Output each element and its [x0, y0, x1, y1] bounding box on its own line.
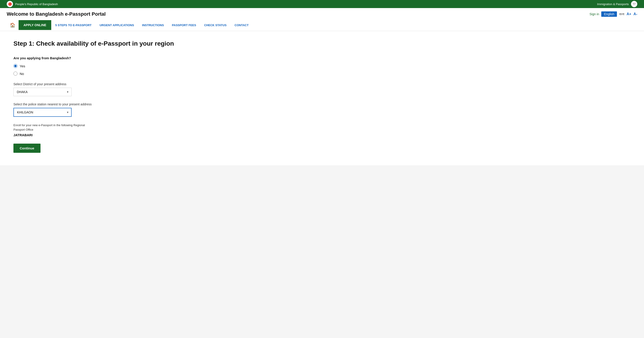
radio-no-input[interactable]: [14, 72, 18, 76]
enroll-info-block: Enroll for your new e-Passport in the fo…: [14, 123, 630, 137]
site-title: Welcome to Bangladesh e-Passport Portal: [7, 11, 106, 17]
bangladesh-logo: 🔴: [7, 1, 13, 7]
police-station-select-container: KHILGAON MOTIJHEEL DHANMONDI GULSHAN: [14, 108, 72, 117]
top-bar-right: Immigration & Passports 🛡: [597, 1, 637, 7]
apply-online-button[interactable]: APPLY ONLINE: [18, 20, 51, 30]
nav-bar: 🏠 APPLY ONLINE 5 STEPS TO e-PASSPORT URG…: [7, 19, 637, 31]
radio-no-label: No: [20, 72, 24, 76]
applying-from-bd-question: Are you applying from Bangladesh?: [14, 56, 630, 60]
radio-yes-option[interactable]: Yes: [14, 64, 630, 68]
police-station-select-wrapper: Select the police station nearest to you…: [14, 102, 630, 117]
continue-button[interactable]: Continue: [14, 144, 40, 153]
home-button[interactable]: 🏠: [7, 19, 18, 31]
font-decrease-button[interactable]: A-: [634, 12, 637, 16]
immigration-logo: 🛡: [631, 1, 637, 7]
header-top: Welcome to Bangladesh e-Passport Portal …: [7, 11, 637, 17]
check-status-link[interactable]: CHECK STATUS: [200, 20, 230, 30]
bangla-lang-button[interactable]: বাংলা: [619, 12, 624, 16]
instructions-link[interactable]: INSTRUCTIONS: [138, 20, 168, 30]
radio-yes-input[interactable]: [14, 64, 18, 68]
district-select[interactable]: DHAKA CHITTAGONG SYLHET RAJSHAHI: [14, 88, 72, 96]
header: Welcome to Bangladesh e-Passport Portal …: [0, 8, 644, 31]
radio-yes-label: Yes: [20, 64, 25, 68]
enroll-info-text: Enroll for your new e-Passport in the fo…: [14, 123, 630, 132]
main-content: Step 1: Check availability of e-Passport…: [0, 31, 644, 165]
home-icon: 🏠: [10, 22, 16, 28]
applying-from-bd-radio-group: Yes No: [14, 64, 630, 76]
radio-no-option[interactable]: No: [14, 72, 630, 76]
top-bar-country: People's Republic of Bangladesh: [15, 2, 58, 6]
five-steps-link[interactable]: 5 STEPS TO e-PASSPORT: [51, 20, 96, 30]
page-title: Step 1: Check availability of e-Passport…: [14, 40, 630, 47]
district-select-container: DHAKA CHITTAGONG SYLHET RAJSHAHI: [14, 88, 72, 96]
district-label: Select District of your present address: [14, 82, 630, 86]
header-actions: Sign in English বাংলা A+ A-: [590, 12, 637, 17]
police-station-select[interactable]: KHILGAON MOTIJHEEL DHANMONDI GULSHAN: [14, 108, 72, 117]
top-bar: 🔴 People's Republic of Bangladesh Immigr…: [0, 0, 644, 8]
top-bar-dept: Immigration & Passports: [597, 2, 629, 6]
police-station-label: Select the police station nearest to you…: [14, 102, 630, 106]
regional-office-name: JATRABARI: [14, 133, 630, 137]
district-select-wrapper: Select District of your present address …: [14, 82, 630, 96]
passport-fees-link[interactable]: PASSPORT FEES: [168, 20, 200, 30]
contact-link[interactable]: CONTACT: [230, 20, 253, 30]
font-increase-button[interactable]: A+: [626, 12, 631, 16]
sign-in-link[interactable]: Sign in: [590, 12, 599, 16]
top-bar-left: 🔴 People's Republic of Bangladesh: [7, 1, 58, 7]
english-lang-button[interactable]: English: [601, 12, 617, 17]
urgent-applications-link[interactable]: URGENT APPLICATIONS: [96, 20, 138, 30]
